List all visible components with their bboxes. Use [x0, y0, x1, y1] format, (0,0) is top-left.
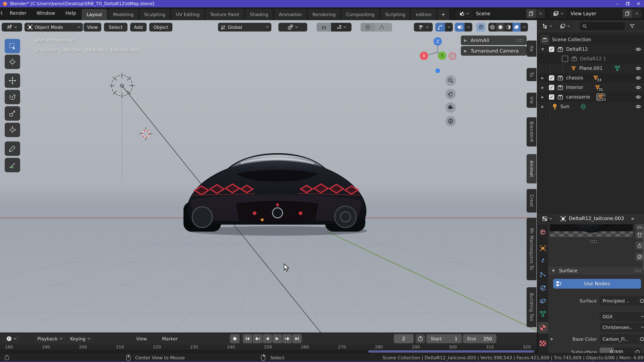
menu-add-button[interactable]: Add [130, 23, 146, 31]
menu-edit-partial[interactable]: t [1, 10, 2, 16]
outliner-row-sun[interactable]: ▶ Sun [538, 102, 644, 111]
surface-panel-header[interactable]: ▼ Surface [548, 267, 644, 275]
overlays-dropdown[interactable] [464, 23, 472, 31]
sun-empty-object[interactable] [108, 71, 136, 100]
play-reverse-button[interactable] [263, 334, 272, 343]
tab-texture-paint[interactable]: Texture Paint [206, 9, 244, 20]
panel-grip-icon[interactable] [634, 269, 642, 273]
disclosure-icon[interactable]: ▶ [541, 76, 544, 80]
menu-window[interactable]: Window [36, 10, 55, 16]
tab-shading[interactable]: Shading [245, 9, 273, 20]
properties-scrollbar[interactable] [643, 227, 644, 270]
tool-move[interactable] [5, 73, 20, 88]
tab-rendering[interactable]: Rendering [308, 9, 340, 20]
menu-select-button[interactable]: Select [104, 23, 128, 31]
view-layer-browse-button[interactable] [550, 9, 567, 18]
sidebar-tab-building-tools[interactable]: Building Too [526, 287, 536, 327]
camera-view-button[interactable] [446, 102, 456, 113]
use-preview-range-button[interactable] [416, 334, 425, 343]
outliner-row-carosserie[interactable]: ▶ ✓ carosserie 21 [538, 92, 644, 102]
sidebar-tab-tool[interactable]: To [526, 68, 536, 81]
collection-checkbox[interactable] [562, 56, 568, 62]
tool-cursor[interactable] [5, 55, 20, 69]
outliner-editor-type-button[interactable] [539, 22, 556, 30]
preview-type-world-button[interactable] [636, 253, 644, 261]
eye-icon[interactable] [635, 85, 641, 90]
view-layer-copy-button[interactable] [622, 9, 632, 18]
outliner-row-scene-collection[interactable]: Scene Collection [538, 35, 644, 44]
shading-rendered-button[interactable] [512, 23, 520, 31]
outliner-row-deltar12-1[interactable]: DeltaR12 1 [538, 54, 644, 63]
preview-type-cloth-button[interactable] [636, 231, 644, 239]
tab-texture-properties[interactable] [538, 338, 548, 349]
pivot-point-dropdown[interactable] [278, 23, 307, 31]
sidebar-tab-animation[interactable]: Animat [526, 154, 536, 183]
snap-settings-dropdown[interactable] [331, 23, 352, 31]
preview-type-fluid-button[interactable] [636, 242, 644, 249]
add-workspace-button[interactable]: + [437, 9, 449, 20]
close-button[interactable]: ✕ [633, 1, 644, 6]
tab-compositing[interactable]: Compositing [342, 9, 379, 20]
use-nodes-button[interactable]: Use Nodes [553, 279, 641, 289]
material-preview[interactable] [550, 224, 633, 237]
sidebar-tab-view[interactable]: Vie [526, 93, 536, 108]
current-frame-field[interactable]: 2 [394, 334, 414, 343]
minimize-button[interactable]: – [612, 1, 622, 7]
outliner-display-mode-button[interactable] [557, 22, 573, 30]
sidebar-tab-blenderkit[interactable]: BlenderK [526, 117, 536, 146]
menu-help[interactable]: Help [66, 10, 76, 16]
surface-shader-dropdown[interactable]: Principled .. [600, 296, 644, 305]
xray-toggle[interactable] [476, 23, 486, 31]
tab-layout[interactable]: Layout [82, 9, 107, 20]
viewport-editor-type-button[interactable] [2, 23, 22, 31]
scene-copy-button[interactable] [526, 9, 536, 18]
view-layer-remove-button[interactable]: ✕ [632, 9, 641, 18]
collection-checkbox[interactable]: ✓ [549, 75, 554, 81]
outliner-row-deltar12[interactable]: ▼ ✓ DeltaR12 [538, 44, 644, 54]
view-layer-name-field[interactable]: View Layer [567, 9, 622, 18]
eye-icon[interactable] [635, 95, 641, 99]
shading-material-button[interactable] [504, 23, 512, 31]
sidebar-tab-create[interactable]: Creat [526, 189, 536, 213]
prev-keyframe-button[interactable] [253, 334, 262, 343]
sidebar-tab-item[interactable]: Ite [526, 40, 536, 57]
eye-icon[interactable] [635, 76, 641, 80]
sidebar-tab-mr-mannequins[interactable]: Mr Mannequins To [526, 218, 536, 280]
disclosure-icon[interactable]: ▶ [541, 95, 544, 99]
tab-world-properties[interactable] [538, 227, 548, 238]
play-button[interactable] [272, 334, 282, 343]
visibility-dropdown[interactable] [414, 23, 433, 31]
timeline-marker-menu[interactable]: Marker [162, 336, 178, 341]
tool-measure[interactable] [5, 158, 20, 172]
tab-physics-properties[interactable] [538, 283, 548, 294]
panel-animall[interactable]: ▶ AnimAll [461, 35, 526, 45]
frame-end-field[interactable]: End 250 [463, 334, 496, 343]
perspective-toggle-button[interactable] [446, 116, 456, 126]
maximize-button[interactable] [622, 2, 633, 5]
tab-modifier-properties[interactable] [538, 255, 548, 267]
timeline-scrollbar[interactable] [368, 350, 534, 353]
base-color-dropdown[interactable]: Carbon_Fi.. [600, 335, 644, 344]
eye-icon[interactable] [635, 47, 641, 51]
pan-button[interactable] [446, 89, 456, 99]
scene-name-field[interactable]: Scene [472, 9, 526, 18]
scene-unlink-button[interactable]: ✕ [536, 9, 545, 18]
subsurface-method-dropdown[interactable]: Christensen.. [600, 323, 644, 332]
tool-scale[interactable] [5, 106, 20, 121]
tool-rotate[interactable] [5, 90, 20, 104]
car-model[interactable] [181, 143, 372, 237]
outliner-filter-button[interactable] [626, 22, 644, 30]
tool-annotate[interactable] [5, 141, 20, 156]
timeline-editor-type-button[interactable] [2, 334, 20, 343]
transform-orientation-dropdown[interactable]: Global [218, 23, 271, 31]
distribution-dropdown[interactable]: GGX [600, 312, 644, 321]
disclosure-icon[interactable]: ▶ [541, 85, 544, 89]
eye-icon[interactable] [635, 66, 641, 70]
record-button[interactable] [230, 334, 240, 343]
snap-toggle[interactable] [317, 23, 331, 31]
subsurface-socket-button[interactable] [634, 348, 641, 353]
zoom-button[interactable] [446, 75, 456, 86]
shading-wireframe-button[interactable] [488, 23, 496, 31]
eye-icon[interactable] [635, 104, 641, 109]
scene-browse-button[interactable] [456, 9, 472, 18]
